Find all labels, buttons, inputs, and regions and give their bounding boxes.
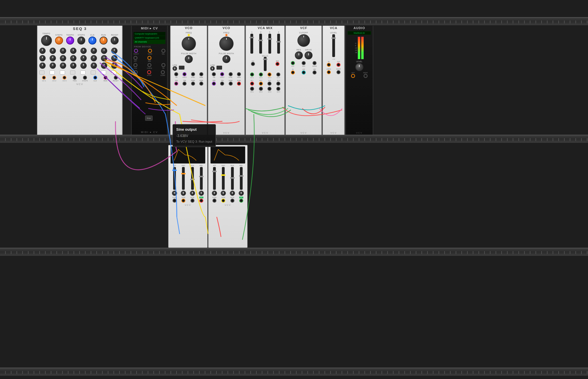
adsr1-env-port[interactable] [199, 199, 203, 203]
seq3-run-knob[interactable] [100, 37, 108, 45]
vca-mix-cv-port[interactable] [251, 62, 255, 66]
midi-vel-port[interactable] [161, 49, 165, 53]
vco2-sqr-port[interactable] [237, 82, 241, 86]
adsr1-rel-knob[interactable] [199, 191, 204, 196]
seq3-steps2-knob[interactable] [77, 37, 85, 45]
vco2-freq-knob[interactable] [219, 37, 234, 51]
vca-in-port[interactable] [327, 63, 331, 67]
seq3-port-cv2[interactable] [52, 76, 56, 80]
seq3-port-steps[interactable] [83, 76, 87, 80]
step-knob-2-4[interactable] [70, 55, 76, 61]
vca-mix-in3-port[interactable] [267, 82, 271, 86]
adsr1-sus-knob[interactable] [190, 191, 195, 196]
vcf-res-knob[interactable] [295, 51, 303, 59]
vca-mix-ch3-out-port[interactable] [267, 87, 271, 91]
vca-mix-ch2-out-port[interactable] [259, 87, 263, 91]
adsr2-dec-knob[interactable] [221, 191, 226, 196]
vca-mix-cv2-port[interactable] [259, 72, 263, 76]
step-knob-1-5[interactable] [80, 48, 87, 54]
midi-mw-port[interactable] [147, 56, 151, 60]
adsr1-retr-port[interactable] [190, 199, 194, 203]
vca-mix-cv3-port[interactable] [267, 72, 271, 76]
adsr1-att-fader[interactable] [172, 170, 177, 171]
vco1-sqr-port[interactable] [199, 82, 203, 86]
seq3-port-run[interactable] [104, 76, 108, 80]
vco2-tri-port[interactable] [220, 82, 224, 86]
vcf-cut-port[interactable] [291, 61, 295, 65]
seq3-steps-knob[interactable] [55, 37, 63, 45]
gate-btn-4[interactable] [70, 70, 75, 74]
midi-menu-item-3[interactable]: All channels [133, 40, 165, 44]
adsr2-sus-fader[interactable] [230, 177, 235, 179]
vco1-fm-port[interactable] [174, 72, 178, 76]
vca-mix-in2-port[interactable] [259, 82, 263, 86]
step-knob-2-1[interactable] [39, 55, 46, 61]
audio-right-port[interactable] [364, 74, 368, 78]
step-knob-2-3[interactable] [60, 55, 66, 61]
seq3-port-cv3[interactable] [62, 76, 66, 80]
step-knob-2-8[interactable] [111, 55, 117, 61]
vcf-drive-knob[interactable] [305, 51, 313, 59]
midi-menu-item-2[interactable]: QWERTY keyboard (US [133, 36, 165, 40]
vco2-sin-port[interactable] [212, 82, 216, 86]
seq3-port-trig[interactable] [73, 76, 77, 80]
stop-button[interactable]: Stop [145, 116, 153, 121]
vco1-pwm-port[interactable] [199, 72, 203, 76]
adsr2-push-port[interactable] [212, 199, 216, 203]
vca-mix-cv4-port[interactable] [276, 72, 280, 76]
audio-level-knob[interactable] [355, 63, 363, 71]
step-knob-3-5[interactable] [80, 63, 87, 69]
vco1-sync-port[interactable] [191, 72, 195, 76]
vco1-freq-knob[interactable] [182, 37, 196, 51]
midi-gate-port[interactable] [148, 49, 152, 53]
midi-clk-port[interactable] [133, 63, 137, 67]
vco1-sin-port[interactable] [174, 82, 178, 86]
gate-btn-5[interactable] [80, 70, 86, 74]
gate-btn-1[interactable] [39, 70, 44, 74]
vco2-soft-btn[interactable] [216, 66, 222, 70]
step-knob-3-1[interactable] [39, 63, 46, 69]
vca-mix-ch1-out-port[interactable] [250, 87, 254, 91]
step-knob-2-6[interactable] [91, 55, 97, 61]
vco2-voct-port[interactable] [220, 72, 224, 76]
step-knob-3-7[interactable] [101, 63, 107, 69]
step-knob-3-2[interactable] [50, 63, 56, 69]
ch1-fader[interactable] [250, 37, 254, 38]
adsr1-rel-fader[interactable] [199, 176, 204, 177]
ch3-fader[interactable] [267, 38, 272, 40]
ch4-fader[interactable] [276, 41, 281, 43]
seq3-port-reset[interactable] [114, 76, 118, 80]
vcf-in-port[interactable] [291, 70, 295, 74]
step-knob-3-6[interactable] [91, 63, 97, 69]
adsr2-rel-knob[interactable] [239, 191, 244, 196]
seq3-port-clk[interactable] [93, 76, 97, 80]
step-knob-2-7[interactable] [101, 55, 107, 61]
midi-cont-port[interactable] [161, 70, 165, 74]
vca-mix-ch4-out-port[interactable] [276, 87, 280, 91]
step-knob-2-5[interactable] [80, 55, 87, 61]
vco2-fm-port[interactable] [212, 72, 216, 76]
vco1-lfm-knob[interactable] [173, 66, 177, 71]
vcf-lpf-port[interactable] [302, 70, 306, 74]
midi-aft-port[interactable] [133, 56, 137, 60]
adsr2-sus-knob[interactable] [230, 191, 235, 196]
adsr2-env-port[interactable] [239, 199, 243, 203]
step-knob-1-3[interactable] [60, 48, 66, 54]
seq3-reset-knob[interactable] [111, 37, 119, 45]
vco2-pwm-port[interactable] [237, 72, 241, 76]
midi-strt-port[interactable] [134, 70, 138, 74]
vco1-tri-port[interactable] [183, 82, 186, 86]
adsr1-dec-fader[interactable] [181, 173, 186, 174]
mix-lvl-fader[interactable] [263, 59, 267, 60]
vca-level-fader[interactable] [331, 37, 336, 39]
vco1-pw-knob[interactable] [185, 55, 193, 63]
audio-left-port[interactable] [351, 74, 355, 78]
seq3-port-cv1[interactable] [42, 76, 46, 80]
midi-menu-item-1[interactable]: Computer keyboard/m [133, 32, 165, 36]
step-knob-1-6[interactable] [91, 48, 97, 54]
vco1-voct-port[interactable] [183, 72, 186, 76]
midi-tr-port[interactable] [161, 63, 165, 67]
adsr2-retr-port[interactable] [230, 199, 234, 203]
midi-clkn-port[interactable] [147, 63, 151, 67]
gate-btn-6[interactable] [91, 70, 96, 74]
